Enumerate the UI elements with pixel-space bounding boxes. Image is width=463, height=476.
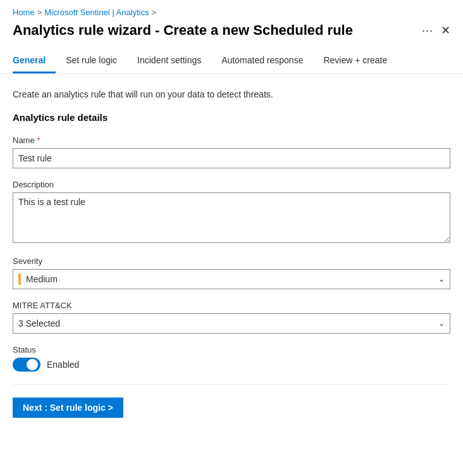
status-toggle[interactable] — [13, 358, 40, 372]
mitre-label: MITRE ATT&CK — [13, 301, 450, 310]
description-text: Create an analytics rule that will run o… — [13, 89, 450, 99]
page-title: Analytics rule wizard - Create a new Sch… — [13, 22, 353, 39]
tab-review-create[interactable]: Review + create — [313, 49, 397, 73]
name-field-group: Name * — [13, 135, 450, 168]
toggle-slider — [13, 358, 40, 372]
severity-indicator — [18, 273, 21, 285]
next-button[interactable]: Next : Set rule logic > — [13, 398, 123, 418]
required-indicator: * — [35, 135, 40, 145]
breadcrumb-section[interactable]: Microsoft Sentinel | Analytics — [44, 8, 149, 17]
name-input[interactable] — [13, 148, 450, 168]
main-content: Create an analytics rule that will run o… — [0, 74, 463, 430]
status-toggle-label: Enabled — [47, 360, 79, 370]
mitre-field-group: MITRE ATT&CK 3 Selected ⌄ — [13, 301, 450, 334]
severity-label: Severity — [13, 256, 450, 266]
close-button[interactable]: ✕ — [441, 23, 450, 37]
breadcrumb-sep1: > — [37, 8, 42, 17]
divider — [13, 384, 450, 385]
tab-general[interactable]: General — [13, 49, 56, 73]
tab-set-rule-logic[interactable]: Set rule logic — [56, 49, 127, 73]
section-title: Analytics rule details — [13, 112, 450, 123]
severity-value: Medium — [26, 274, 58, 284]
mitre-value: 3 Selected — [18, 318, 60, 329]
breadcrumb: Home > Microsoft Sentinel | Analytics > — [0, 0, 463, 22]
name-label: Name * — [13, 135, 450, 145]
description-input[interactable]: This is a test rule — [13, 192, 450, 243]
tab-bar: General Set rule logic Incident settings… — [0, 49, 463, 74]
tab-automated-response[interactable]: Automated response — [211, 49, 313, 73]
severity-chevron-icon: ⌄ — [438, 275, 445, 284]
ellipsis-menu-button[interactable]: ··· — [422, 24, 433, 37]
severity-field-group: Severity Medium ⌄ — [13, 256, 450, 289]
description-field-group: Description This is a test rule — [13, 180, 450, 245]
description-label: Description — [13, 180, 450, 189]
tab-incident-settings[interactable]: Incident settings — [127, 49, 211, 73]
severity-select[interactable]: Medium ⌄ — [13, 269, 450, 289]
mitre-select[interactable]: 3 Selected ⌄ — [13, 313, 450, 334]
breadcrumb-sep2: > — [152, 8, 157, 17]
mitre-chevron-icon: ⌄ — [438, 319, 445, 328]
status-label: Status — [13, 345, 450, 354]
status-field-group: Status Enabled — [13, 345, 450, 372]
breadcrumb-home[interactable]: Home — [13, 8, 35, 17]
